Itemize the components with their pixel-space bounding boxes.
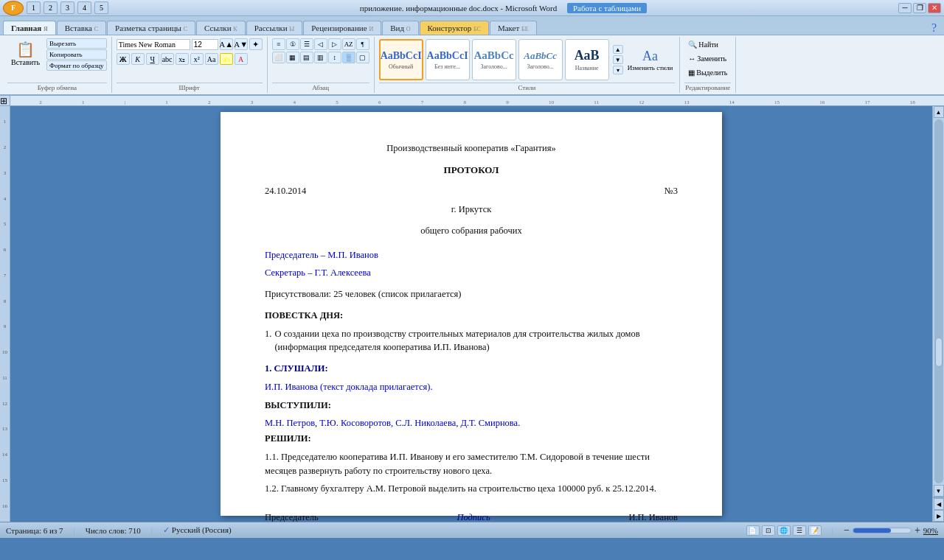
bold-button[interactable]: Ж	[117, 53, 130, 65]
ruler-corner[interactable]: ⊞	[0, 96, 10, 106]
increase-indent-button[interactable]: ▷	[328, 38, 341, 50]
font-grow-button[interactable]: A▲	[220, 38, 233, 50]
format-painter-button[interactable]: Формат по образцу	[46, 60, 107, 71]
tab-constructor[interactable]: Конструктор БС	[420, 21, 489, 35]
font-format-row: Ж К Ч abc x₂ x² Аа ab А	[117, 53, 248, 65]
style-more-button[interactable]: ▾	[613, 66, 623, 74]
close-button[interactable]: ✕	[928, 3, 941, 13]
tab-5[interactable]: 5	[94, 1, 108, 14]
find-button[interactable]: 🔍 Найти	[684, 38, 722, 51]
italic-button[interactable]: К	[131, 53, 145, 65]
ruler-container: ⊞ 21|123456789101112131415161718	[0, 96, 944, 106]
tab-home[interactable]: Главная Я	[3, 21, 56, 35]
zoom-level[interactable]: 90%	[923, 526, 938, 535]
borders-button[interactable]: ▢	[356, 52, 369, 63]
context-title: Работа с таблицами	[567, 3, 647, 13]
document-area: Производственный кооператив «Гарантия» П…	[10, 106, 932, 522]
zoom-fill	[853, 528, 891, 533]
replace-label: Заменить	[697, 55, 726, 63]
change-styles-button[interactable]: Aa Изменить стили	[625, 46, 676, 74]
underline-button[interactable]: Ч	[146, 53, 159, 65]
clear-format-button[interactable]: ✦	[249, 38, 263, 50]
change-case-button[interactable]: Аа	[205, 53, 218, 65]
sort-button[interactable]: AZ	[342, 38, 355, 50]
scroll-next-page[interactable]: ▶	[934, 510, 944, 522]
tab-view[interactable]: Вид О	[382, 21, 418, 35]
select-icon: ▦	[688, 69, 695, 77]
style-scroll-up[interactable]: ▲	[613, 45, 623, 54]
tab-4[interactable]: 4	[77, 1, 91, 14]
tab-1[interactable]: 1	[27, 1, 41, 14]
zoom-in-button[interactable]: +	[914, 525, 920, 536]
copy-button[interactable]: Копировать	[46, 49, 107, 60]
numbering-button[interactable]: ①	[286, 38, 299, 50]
clipboard-small-buttons: Вырезать Копировать Формат по образцу	[46, 38, 107, 71]
zoom-controls: − + 90%	[844, 525, 938, 536]
justify-button[interactable]: ▥	[314, 52, 327, 63]
view-draft-button[interactable]: 📝	[808, 525, 822, 536]
scroll-track[interactable]	[934, 119, 943, 483]
styles-group: AaBbCcI Обычный AaBbCcI Без инте... AaBb…	[375, 37, 681, 93]
tab-insert[interactable]: Вставка С	[57, 21, 106, 35]
find-icon: 🔍	[688, 41, 697, 49]
font-color-button[interactable]: А	[235, 53, 248, 65]
scroll-prev-page[interactable]: ◀	[934, 498, 944, 510]
style-title[interactable]: АаВ Название	[565, 39, 609, 80]
paragraph-group: ≡ ① ☰ ◁ ▷ AZ ¶ ⬜ ▦ ▤ ▥ ↕ ░ ▢ Абзац	[268, 37, 375, 93]
highlight-button[interactable]: ab	[220, 53, 233, 65]
tab-3[interactable]: 3	[60, 1, 74, 14]
style-scroll-down[interactable]: ▼	[613, 55, 623, 64]
tab-layout[interactable]: Разметка страницы С	[107, 21, 195, 35]
view-outline-button[interactable]: ☰	[793, 525, 806, 536]
restore-button[interactable]: ❐	[913, 3, 926, 13]
document-page[interactable]: Производственный кооператив «Гарантия» П…	[221, 112, 722, 516]
decrease-indent-button[interactable]: ◁	[314, 38, 327, 50]
style-heading2[interactable]: AaBbCc Заголово...	[518, 39, 563, 80]
view-web-button[interactable]: 🌐	[777, 525, 791, 536]
scroll-thumb[interactable]	[935, 337, 943, 367]
select-button[interactable]: ▦ Выделить	[684, 66, 731, 79]
style-heading1[interactable]: AaBbCc Заголово...	[472, 39, 516, 80]
multilevel-button[interactable]: ☰	[300, 38, 313, 50]
minimize-button[interactable]: ─	[898, 3, 912, 13]
title-bar: F 1 2 3 4 5 приложение. информационные d…	[0, 0, 944, 16]
clipboard-group: 📋 Вставить Вырезать Копировать Формат по…	[3, 37, 112, 93]
font-size-input[interactable]	[192, 39, 218, 50]
show-marks-button[interactable]: ¶	[356, 38, 369, 50]
strikethrough-button[interactable]: abc	[161, 53, 174, 65]
scroll-up-button[interactable]: ▲	[934, 106, 944, 118]
style-normal[interactable]: AaBbCcI Обычный	[379, 39, 423, 80]
tab-mailings[interactable]: Рассылки Ы	[246, 21, 303, 35]
paste-button[interactable]: 📋 Вставить	[7, 38, 44, 69]
tab-2[interactable]: 2	[44, 1, 58, 14]
tab-refs[interactable]: Ссылки К	[196, 21, 246, 35]
zoom-out-button[interactable]: −	[844, 525, 850, 536]
align-right-button[interactable]: ▤	[300, 52, 313, 63]
replace-icon: ↔	[688, 55, 695, 63]
main-area: 12345678910111213141516 Производственный…	[0, 106, 944, 522]
cut-button[interactable]: Вырезать	[46, 38, 107, 49]
font-name-input[interactable]	[117, 39, 190, 50]
help-button[interactable]: ?	[927, 21, 941, 35]
view-fullscreen-button[interactable]: ⊡	[762, 525, 775, 536]
style-no-spacing[interactable]: AaBbCcI Без инте...	[426, 39, 470, 80]
align-left-button[interactable]: ⬜	[272, 52, 285, 63]
vertical-scrollbar[interactable]: ▲ ▼ ◀ ▶	[932, 106, 944, 522]
superscript-button[interactable]: x²	[190, 53, 204, 65]
replace-button[interactable]: ↔ Заменить	[684, 52, 730, 65]
tab-layout2[interactable]: Макет БЕ	[490, 21, 537, 35]
bullets-button[interactable]: ≡	[272, 38, 285, 50]
doc-decided-label: РЕШИЛИ:	[265, 432, 678, 446]
office-button[interactable]: F	[3, 1, 24, 15]
line-spacing-button[interactable]: ↕	[328, 52, 341, 63]
view-print-button[interactable]: 📄	[746, 525, 760, 536]
subscript-button[interactable]: x₂	[176, 53, 189, 65]
shading-button[interactable]: ░	[342, 52, 355, 63]
title-bar-left: F 1 2 3 4 5	[3, 1, 108, 15]
tab-review[interactable]: Рецензирование И	[303, 21, 381, 35]
scroll-down-button[interactable]: ▼	[934, 485, 944, 497]
align-center-button[interactable]: ▦	[286, 52, 299, 63]
zoom-slider[interactable]	[853, 528, 912, 533]
font-shrink-button[interactable]: A▼	[235, 38, 248, 50]
sig-chairman-role: Председатель	[265, 511, 319, 522]
